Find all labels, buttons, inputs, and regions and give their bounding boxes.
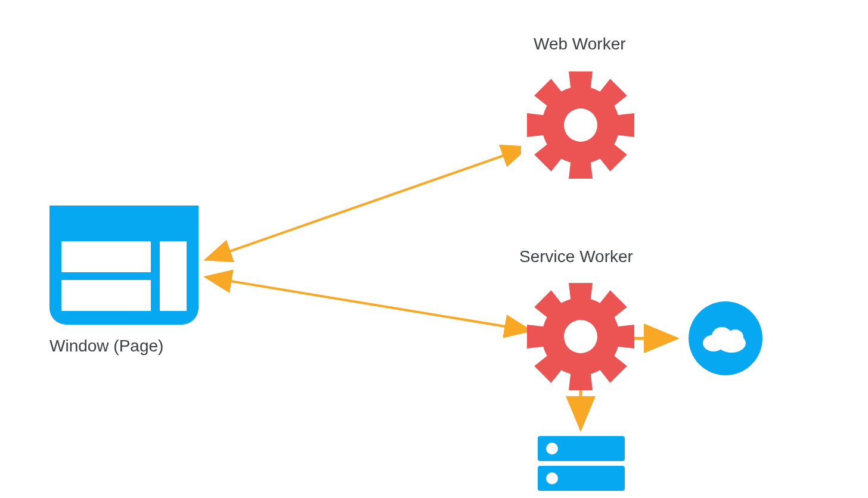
svg-rect-33 (538, 436, 625, 461)
svg-marker-13 (534, 140, 566, 172)
service-worker-label: Service Worker (519, 247, 633, 266)
svg-point-31 (712, 327, 732, 345)
svg-point-34 (546, 443, 558, 455)
cloud-icon (689, 301, 762, 375)
web-worker-label: Web Worker (534, 35, 626, 54)
svg-point-17 (564, 108, 597, 142)
svg-rect-3 (49, 206, 199, 232)
window-page-icon (49, 206, 199, 325)
svg-marker-14 (527, 113, 548, 137)
svg-point-26 (542, 298, 619, 375)
svg-marker-22 (569, 369, 593, 390)
svg-marker-25 (534, 290, 566, 322)
window-page-label: Window (Page) (49, 337, 163, 356)
svg-marker-24 (527, 325, 548, 348)
svg-rect-5 (61, 280, 151, 311)
svg-point-28 (689, 301, 762, 375)
svg-marker-12 (569, 158, 593, 179)
svg-point-27 (564, 320, 597, 353)
web-worker-gear-icon (522, 74, 639, 182)
edge-window-serviceworker (206, 277, 531, 331)
svg-marker-10 (613, 113, 634, 137)
svg-rect-4 (61, 241, 151, 272)
svg-rect-35 (538, 466, 625, 491)
svg-rect-7 (521, 66, 640, 185)
svg-point-32 (727, 329, 743, 345)
svg-marker-11 (596, 140, 627, 172)
edge-window-webworker (206, 147, 528, 260)
server-stack-icon (538, 436, 625, 491)
svg-marker-8 (569, 71, 593, 92)
svg-point-29 (703, 335, 724, 351)
svg-marker-19 (596, 290, 627, 322)
svg-marker-21 (596, 351, 627, 383)
svg-rect-2 (49, 206, 199, 325)
svg-marker-20 (613, 325, 634, 348)
svg-marker-23 (534, 351, 566, 383)
web-worker-gear-icon-clean (521, 66, 640, 185)
svg-marker-15 (534, 79, 566, 110)
service-worker-gear-icon (527, 283, 634, 390)
svg-marker-18 (569, 283, 593, 304)
svg-point-30 (717, 334, 746, 353)
svg-point-36 (546, 472, 558, 484)
svg-point-16 (542, 86, 619, 164)
diagram-canvas (0, 0, 868, 498)
svg-marker-9 (596, 79, 627, 110)
svg-rect-6 (160, 241, 187, 311)
